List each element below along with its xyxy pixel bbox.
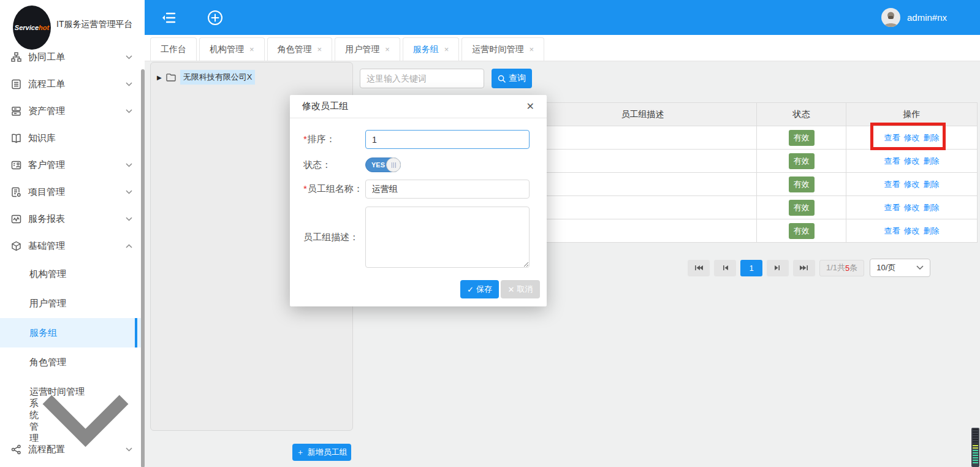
cube-icon: [11, 241, 21, 251]
plus-icon: ＋: [297, 447, 305, 458]
folder-icon: [166, 73, 176, 82]
delete-link[interactable]: 删除: [924, 226, 940, 235]
status-label: 状态：: [303, 159, 365, 171]
edit-link[interactable]: 修改: [904, 156, 920, 165]
tab-service-group[interactable]: 服务组×: [403, 37, 460, 61]
caret-right-icon[interactable]: ▶: [157, 74, 162, 81]
required-mark: *: [303, 183, 307, 194]
tab-user-mgmt[interactable]: 用户管理×: [335, 37, 400, 61]
search-input[interactable]: [360, 69, 484, 88]
search-button[interactable]: 查询: [492, 69, 532, 88]
close-icon[interactable]: ×: [444, 45, 449, 54]
status-badge: 有效: [789, 223, 815, 239]
sidebar-item-customer-mgmt[interactable]: 客户管理: [0, 151, 141, 178]
desc-label: 员工组描述：: [303, 232, 365, 243]
edit-link[interactable]: 修改: [904, 203, 920, 212]
close-icon[interactable]: ×: [249, 45, 254, 54]
delete-link[interactable]: 删除: [924, 156, 940, 165]
group-name-input[interactable]: [365, 180, 530, 199]
add-staff-group-button[interactable]: ＋ 新增员工组: [292, 444, 351, 461]
status-badge: 有效: [789, 200, 815, 216]
add-circle-icon[interactable]: [206, 9, 224, 27]
sort-label: 排序：: [308, 134, 335, 144]
delete-link[interactable]: 删除: [924, 180, 940, 189]
sidebar-item-collab-ticket[interactable]: 协同工单: [0, 44, 141, 70]
toggle-yes-label: YES: [371, 161, 385, 169]
last-page-button[interactable]: [793, 260, 815, 276]
sidebar-subitem-user-mgmt[interactable]: 用户管理: [0, 289, 141, 318]
contact-card-icon: [11, 160, 21, 170]
server-icon: [11, 106, 21, 116]
main-content: ▶ 无限科技有限公司X 查询 序号 员工组名字 员工组描述 状态 操作 1 运营…: [145, 61, 980, 467]
delete-link[interactable]: 删除: [924, 133, 940, 142]
view-link[interactable]: 查看: [884, 226, 900, 235]
status-badge: 有效: [789, 177, 815, 192]
view-link[interactable]: 查看: [884, 156, 900, 165]
tree-node-company[interactable]: ▶ 无限科技有限公司X: [157, 70, 346, 85]
edit-link[interactable]: 修改: [904, 180, 920, 189]
tree-node-label: 无限科技有限公司X: [180, 70, 256, 85]
pagination: 1 1/1共5条 10/页: [688, 259, 930, 277]
check-icon: ✓: [467, 285, 474, 294]
sidebar-menu: 协同工单 流程工单 资产管理 知识库 客户管理 项目管理: [0, 44, 141, 463]
status-badge: 有效: [789, 130, 815, 146]
chevron-up-icon: [126, 244, 132, 248]
col-status: 状态: [757, 103, 846, 126]
sidebar-subitem-role-mgmt[interactable]: 角色管理: [0, 347, 141, 377]
sidebar-subitem-system-mgmt[interactable]: 系统管理: [0, 406, 141, 436]
tab-workbench[interactable]: 工作台: [150, 37, 197, 61]
chevron-down-icon: [39, 391, 132, 450]
sidebar-item-flow-ticket[interactable]: 流程工单: [0, 70, 141, 97]
chevron-down-icon: [126, 109, 132, 113]
edit-staff-group-modal: 修改员工组 ✕ *排序： 状态： YES *员工组名称： 员工组描述： ✓保存 …: [290, 95, 547, 306]
sidebar-item-project-mgmt[interactable]: 项目管理: [0, 178, 141, 205]
next-page-button[interactable]: [767, 260, 789, 276]
user-menu[interactable]: admin#nx: [881, 0, 947, 35]
status-field-row: 状态： YES: [303, 158, 530, 172]
save-button[interactable]: ✓保存: [460, 280, 499, 298]
toggle-knob[interactable]: [386, 158, 401, 172]
edit-link[interactable]: 修改: [904, 226, 920, 235]
edit-link[interactable]: 修改: [904, 133, 920, 142]
cancel-button[interactable]: ✕取消: [501, 280, 540, 298]
total-count: 5: [845, 264, 849, 273]
collapse-menu-icon[interactable]: [161, 9, 179, 27]
tab-optime-mgmt[interactable]: 运营时间管理×: [462, 37, 544, 61]
chevron-down-icon: [126, 190, 132, 194]
tab-org-mgmt[interactable]: 机构管理×: [199, 37, 265, 61]
name-field-row: *员工组名称：: [303, 180, 530, 199]
view-link[interactable]: 查看: [884, 203, 900, 212]
close-icon[interactable]: ×: [529, 45, 534, 54]
sidebar-subitem-org-mgmt[interactable]: 机构管理: [0, 259, 141, 289]
perf-monitor-widget: [971, 428, 979, 467]
close-icon[interactable]: ×: [385, 45, 390, 54]
chevron-down-icon: [126, 217, 132, 221]
view-link[interactable]: 查看: [884, 133, 900, 142]
sort-input[interactable]: [365, 130, 530, 149]
sidebar-item-base-mgmt[interactable]: 基础管理: [0, 232, 141, 259]
group-desc-textarea[interactable]: [365, 207, 530, 268]
sitemap-icon: [11, 52, 21, 63]
next-page-icon: [773, 265, 782, 271]
sidebar-item-knowledge-base[interactable]: 知识库: [0, 124, 141, 151]
sidebar-item-service-report[interactable]: 服务报表: [0, 205, 141, 232]
status-toggle[interactable]: YES: [365, 158, 401, 172]
app-title: IT服务运营管理平台: [56, 19, 132, 30]
sidebar-subitem-service-group[interactable]: 服务组: [0, 318, 141, 347]
prev-page-button[interactable]: [714, 260, 736, 276]
sort-field-row: *排序：: [303, 130, 530, 149]
page-size-select[interactable]: 10/页: [870, 259, 930, 277]
close-icon[interactable]: ×: [317, 45, 322, 54]
sidebar: Servicehot IT服务运营管理平台 协同工单 流程工单 资产管理 知识库…: [0, 0, 145, 467]
sidebar-item-asset-mgmt[interactable]: 资产管理: [0, 97, 141, 124]
current-page-button[interactable]: 1: [740, 260, 762, 276]
sidebar-scrollbar[interactable]: [141, 69, 145, 467]
modal-close-icon[interactable]: ✕: [526, 101, 534, 112]
tab-role-mgmt[interactable]: 角色管理×: [267, 37, 333, 61]
delete-link[interactable]: 删除: [924, 203, 940, 212]
first-page-button[interactable]: [688, 260, 710, 276]
last-page-icon: [800, 265, 808, 271]
logo-text: Servicehot: [15, 24, 49, 31]
first-page-icon: [694, 265, 703, 271]
view-link[interactable]: 查看: [884, 180, 900, 189]
